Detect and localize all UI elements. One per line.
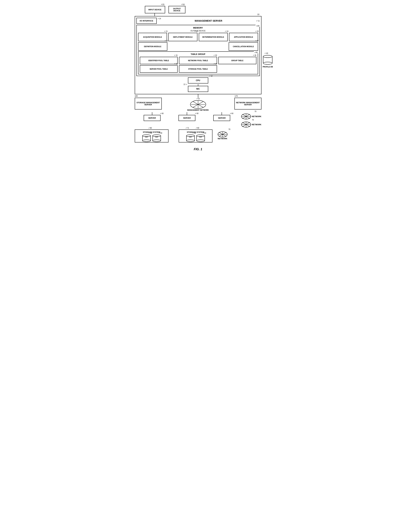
io-interface-label: I/O INTERFACE bbox=[140, 20, 153, 22]
storage-management-server-label: STORAGE MANAGEMENT SERVER bbox=[136, 102, 161, 106]
storage-system-2-box: STORAGE SYSTEM ↗ 90 LU ↗ 90 bbox=[179, 129, 212, 142]
determination-module-label: DETERMINATION MODULE bbox=[202, 36, 224, 38]
ref-10: 10 bbox=[257, 13, 259, 15]
ref-90b: 90 bbox=[160, 132, 162, 134]
ref-80b: 80 bbox=[197, 127, 199, 129]
ref-33: 33 bbox=[215, 54, 217, 56]
application-module-box: APPLICATION MODULE bbox=[229, 33, 258, 41]
network-management-server-label: NETWORK MANAGEMENT SERVER bbox=[235, 102, 261, 106]
io-interface-box: I/O INTERFACE bbox=[136, 18, 157, 24]
lu-2a-label: LU bbox=[186, 136, 195, 138]
storage-pool-table-label: STORAGE POOL TABLE bbox=[188, 68, 208, 70]
ref-70b: 70 bbox=[252, 119, 254, 121]
profile-db-label: PROFILE DB bbox=[263, 66, 273, 68]
cpu-box: CPU bbox=[188, 77, 208, 83]
ref-16: 16 bbox=[182, 3, 185, 6]
storage-pool-table-box: STORAGE POOL TABLE bbox=[179, 65, 217, 73]
ref-24: 24 bbox=[227, 30, 228, 32]
acquisition-module-label: ACQUISITION MODULE bbox=[143, 36, 162, 38]
deployment-module-label: DEPLOYMENT MODULE bbox=[173, 36, 193, 38]
server-right-label: SERVER bbox=[218, 117, 226, 119]
ref-25: 25 bbox=[257, 30, 259, 32]
group-table-label: GROUP TABLE bbox=[231, 60, 243, 62]
table-group-label: TABLE GROUP bbox=[140, 53, 256, 55]
network-oval-2 bbox=[241, 121, 251, 128]
lu-1b-label: LU bbox=[152, 136, 161, 138]
storage-management-server-box: STORAGE MANAGEMENT SERVER bbox=[135, 98, 162, 110]
ref-180: 180 bbox=[135, 95, 138, 97]
ref-11: 11 bbox=[258, 20, 260, 22]
group-table-box: GROUP TABLE bbox=[218, 57, 256, 64]
fig-label: FIG. 1 bbox=[194, 148, 202, 151]
network-management-server-box: NETWORK MANAGEMENT SERVER bbox=[234, 98, 262, 110]
server-left-box: SERVER bbox=[144, 115, 161, 121]
identifier-pool-table-box: IDENTIFIER POOL TABLE bbox=[140, 57, 178, 64]
ref-32: 32 bbox=[176, 63, 178, 65]
server-center-box: SERVER bbox=[179, 115, 195, 121]
ref-26: 26 bbox=[257, 40, 259, 42]
ref-20: ↗20 bbox=[256, 25, 260, 27]
ref-14: 14 bbox=[159, 18, 161, 20]
input-device-box: INPUT DEVICE bbox=[145, 6, 165, 13]
ref-51: 51 bbox=[198, 98, 200, 99]
server-pool-table-box: SERVER POOL TABLE bbox=[140, 65, 178, 73]
ref-15: 15 bbox=[162, 3, 164, 6]
ref-60c: 60 bbox=[231, 113, 233, 114]
ref-70a: 70 bbox=[255, 110, 256, 112]
acquisition-module-box: ACQUISITION MODULE bbox=[138, 33, 167, 41]
ref-170: 170 bbox=[235, 95, 238, 97]
nic-label: NIC bbox=[196, 88, 200, 90]
server-right-box: SERVER bbox=[213, 115, 230, 121]
ref-22: 22 bbox=[166, 40, 168, 42]
network-label-1: NETWORK bbox=[252, 116, 262, 117]
ref-40: 40 bbox=[266, 52, 268, 54]
ref-21: 21 bbox=[166, 30, 168, 32]
network-oval-3 bbox=[217, 131, 228, 138]
ref-60b: 60 bbox=[197, 113, 198, 114]
determination-module-box: DETERMINATION MODULE bbox=[199, 33, 228, 41]
network-oval-1 bbox=[241, 113, 251, 120]
lu-2b-label: LU bbox=[196, 136, 205, 138]
ref-90c: 90 bbox=[194, 132, 196, 134]
management-server-label: MANAGEMENT SERVER bbox=[164, 19, 253, 22]
cancellation-module-label: CANCELLATION MODULE bbox=[233, 46, 254, 47]
ref-90a: 90 bbox=[150, 132, 152, 134]
storage-system-1-box: STORAGE SYSTEM ↗ 90 LU ↗ 90 bbox=[135, 129, 169, 142]
network-pool-table-box: NETWORK POOL TABLE bbox=[179, 57, 217, 64]
server-pool-table-label: SERVER POOL TABLE bbox=[150, 68, 168, 70]
application-module-label: APPLICATION MODULE bbox=[234, 36, 253, 38]
cancellation-module-box: CANCELLATION MODULE bbox=[229, 42, 258, 51]
diagram: ↗15 INPUT DEVICE ↗16 OUTPUT DEVICE bbox=[135, 3, 262, 151]
nic-box: NIC bbox=[188, 86, 208, 92]
ref-13: 13 bbox=[184, 83, 185, 85]
input-device-label: INPUT DEVICE bbox=[148, 9, 161, 11]
ref-35: 35 bbox=[254, 54, 256, 56]
lu-1a-label: LU bbox=[142, 136, 151, 138]
definition-module-box: DEFINITION MODULE bbox=[138, 42, 168, 51]
management-network-oval bbox=[190, 100, 207, 109]
ref-30: 30 bbox=[256, 51, 258, 53]
ref-23: 23 bbox=[196, 30, 198, 32]
output-device-top-box: OUTPUT DEVICE bbox=[169, 6, 185, 13]
ref-80a: 80 bbox=[150, 127, 152, 129]
network-pool-table-label: NETWORK POOL TABLE bbox=[188, 60, 208, 62]
server-center-label: SERVER bbox=[183, 117, 191, 119]
network-label-3: NETWORK bbox=[218, 138, 227, 140]
server-left-label: SERVER bbox=[148, 117, 156, 119]
ref-60a: 60 bbox=[162, 113, 164, 114]
ref-12: 12 bbox=[211, 75, 212, 77]
ref-90d: 90 bbox=[204, 132, 206, 134]
deployment-module-box: DEPLOYMENT MODULE bbox=[168, 33, 198, 41]
ref-34: 34 bbox=[215, 63, 217, 65]
network-label-2: NETWORK bbox=[252, 124, 262, 126]
memory-label: MEMORY bbox=[138, 27, 258, 29]
definition-module-label: DEFINITION MODULE bbox=[144, 46, 161, 47]
management-network-label: MANAGEMENT NETWORK bbox=[187, 109, 209, 111]
ref-71: 71 bbox=[187, 127, 189, 129]
cpu-label: CPU bbox=[196, 79, 200, 82]
output-device-top-label: OUTPUT DEVICE bbox=[169, 8, 184, 12]
ref-70c: 70 bbox=[228, 128, 230, 130]
identifier-pool-table-label: IDENTIFIER POOL TABLE bbox=[148, 60, 169, 62]
ref-31: 31 bbox=[176, 54, 178, 56]
page: ↗15 INPUT DEVICE ↗16 OUTPUT DEVICE bbox=[135, 3, 262, 151]
